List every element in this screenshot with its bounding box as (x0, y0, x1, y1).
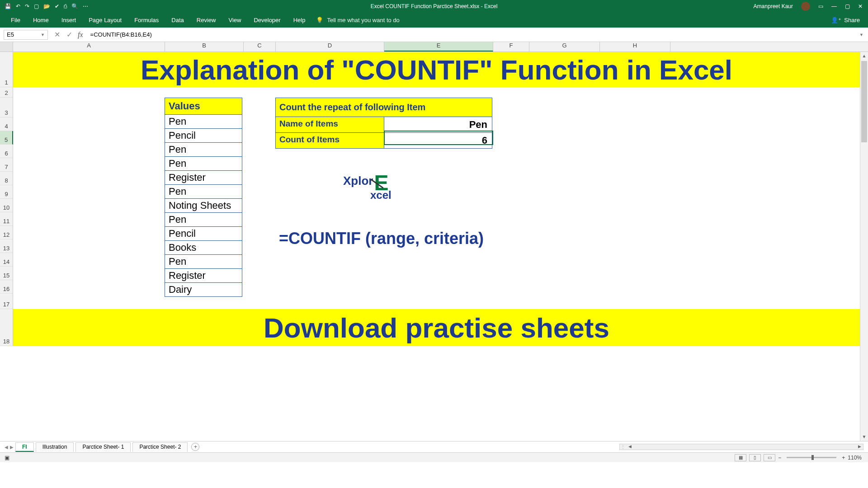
normal-view-button[interactable]: ▦ (735, 454, 746, 461)
ribbon-display-icon[interactable]: ▭ (818, 3, 823, 9)
zoom-out-icon[interactable]: − (778, 455, 781, 461)
row-header-9[interactable]: 9 (0, 185, 13, 199)
namebox-dropdown-icon[interactable]: ▼ (41, 33, 45, 37)
avatar[interactable] (801, 2, 810, 11)
zoom-slider[interactable] (787, 457, 836, 458)
value-cell[interactable]: Pen (165, 255, 242, 269)
value-cell[interactable]: Pencil (165, 227, 242, 241)
row-header-13[interactable]: 13 (0, 239, 13, 253)
col-header-B[interactable]: B (165, 42, 244, 52)
zoom-level[interactable]: 110% (848, 455, 862, 461)
tab-developer[interactable]: Developer (247, 13, 287, 28)
sheet-tab-parctice-sheet--2[interactable]: Parctice Sheet- 2 (132, 442, 188, 452)
row-header-3[interactable]: 3 (0, 98, 13, 117)
col-header-G[interactable]: G (529, 42, 600, 52)
enter-icon[interactable]: ✓ (66, 30, 72, 39)
name-of-items-value: Pen (384, 117, 492, 132)
row-header-5[interactable]: 5 (0, 131, 13, 145)
row-header-10[interactable]: 10 (0, 199, 13, 212)
minimize-icon[interactable]: — (831, 3, 837, 9)
tab-home[interactable]: Home (27, 13, 55, 28)
select-all-corner[interactable] (0, 42, 13, 52)
spellcheck-icon[interactable]: ✔ (55, 3, 59, 9)
hscroll-right-icon[interactable]: ▶ (856, 444, 863, 450)
add-sheet-button[interactable]: + (191, 443, 199, 451)
formula-input[interactable]: =COUNTIF(B4:B16,E4) (90, 31, 860, 38)
col-header-E[interactable]: E (384, 42, 493, 52)
tab-review[interactable]: Review (190, 13, 222, 28)
row-header-14[interactable]: 14 (0, 253, 13, 267)
macro-record-icon[interactable]: ▣ (5, 455, 9, 461)
grid-canvas[interactable]: Explanation of "COUNTIF" Function in Exc… (13, 52, 860, 441)
tab-help[interactable]: Help (287, 13, 312, 28)
user-name[interactable]: Amanpreet Kaur (754, 3, 793, 9)
zoom-in-icon[interactable]: + (842, 455, 845, 461)
scroll-up-icon[interactable]: ▲ (860, 52, 868, 60)
value-cell[interactable]: Pen (165, 185, 242, 199)
name-box[interactable]: E5 ▼ (4, 30, 48, 40)
value-cell[interactable]: Pencil (165, 129, 242, 143)
page-break-view-button[interactable]: ▭ (764, 454, 775, 461)
share-button[interactable]: 👤⁺ Share (831, 17, 860, 23)
row-header-11[interactable]: 11 (0, 212, 13, 226)
col-header-F[interactable]: F (493, 42, 529, 52)
row-header-17[interactable]: 17 (0, 294, 13, 309)
undo-icon[interactable]: ↶ (16, 3, 20, 9)
value-cell[interactable]: Pen (165, 143, 242, 157)
value-cell[interactable]: Pen (165, 213, 242, 227)
col-header-D[interactable]: D (276, 42, 384, 52)
tab-file[interactable]: File (5, 13, 27, 28)
cancel-icon[interactable]: ✕ (54, 30, 60, 39)
value-cell[interactable]: Books (165, 241, 242, 255)
row-header-7[interactable]: 7 (0, 158, 13, 172)
open-icon[interactable]: 📂 (43, 3, 50, 9)
sheet-tab-parctice-sheet--1[interactable]: Parctice Sheet- 1 (75, 442, 131, 452)
tell-me[interactable]: 💡 Tell me what you want to do (316, 17, 399, 23)
vertical-scrollbar[interactable]: ▲ ▼ (860, 52, 868, 441)
row-header-4[interactable]: 4 (0, 117, 13, 131)
quickprint-icon[interactable]: ⎙ (64, 3, 67, 9)
page-layout-view-button[interactable]: ▯ (749, 454, 761, 461)
tab-page-layout[interactable]: Page Layout (82, 13, 128, 28)
redo-icon[interactable]: ↷ (25, 3, 29, 9)
value-cell[interactable]: Pen (165, 157, 242, 171)
value-cell[interactable]: Register (165, 171, 242, 185)
row-header-16[interactable]: 16 (0, 280, 13, 294)
sheet-nav-prev-icon[interactable]: ◀ (5, 445, 8, 450)
row-header-15[interactable]: 15 (0, 267, 13, 280)
horizontal-scrollbar[interactable]: ⋮ ◀ ▶ (619, 444, 863, 450)
row-header-12[interactable]: 12 (0, 226, 13, 239)
preview-icon[interactable]: 🔍 (71, 3, 78, 9)
col-header-C[interactable]: C (244, 42, 276, 52)
tab-data[interactable]: Data (165, 13, 190, 28)
scroll-thumb[interactable] (861, 61, 867, 142)
sheet-nav-next-icon[interactable]: ▶ (10, 445, 14, 450)
col-header-A[interactable]: A (13, 42, 165, 52)
maximize-icon[interactable]: ▢ (845, 3, 850, 9)
new-icon[interactable]: ▢ (34, 3, 39, 9)
value-cell[interactable]: Noting Sheets (165, 199, 242, 213)
spreadsheet-grid[interactable]: ABCDEFGH 123456789101112131415161718 Exp… (0, 42, 868, 441)
qat-more-icon[interactable]: ⋯ (83, 3, 88, 9)
value-cell[interactable]: Register (165, 269, 242, 283)
hscroll-left-icon[interactable]: ◀ (626, 444, 633, 450)
share-icon: 👤⁺ (831, 17, 841, 23)
close-icon[interactable]: ✕ (858, 3, 863, 9)
row-header-1[interactable]: 1 (0, 52, 13, 87)
scroll-down-icon[interactable]: ▼ (860, 433, 868, 441)
row-header-18[interactable]: 18 (0, 309, 13, 346)
value-cell[interactable]: Dairy (165, 283, 242, 296)
tab-insert[interactable]: Insert (55, 13, 83, 28)
tab-formulas[interactable]: Formulas (128, 13, 165, 28)
row-header-2[interactable]: 2 (0, 87, 13, 98)
value-cell[interactable]: Pen (165, 115, 242, 129)
sheet-tab-illustration[interactable]: Illustration (36, 442, 74, 452)
row-header-8[interactable]: 8 (0, 172, 13, 185)
save-icon[interactable]: 💾 (5, 3, 11, 9)
fx-icon[interactable]: fx (78, 31, 83, 39)
formula-bar-expand-icon[interactable]: ▼ (859, 33, 863, 37)
sheet-tab-fi[interactable]: FI (15, 442, 34, 452)
tab-view[interactable]: View (222, 13, 247, 28)
row-header-6[interactable]: 6 (0, 145, 13, 158)
col-header-H[interactable]: H (600, 42, 670, 52)
